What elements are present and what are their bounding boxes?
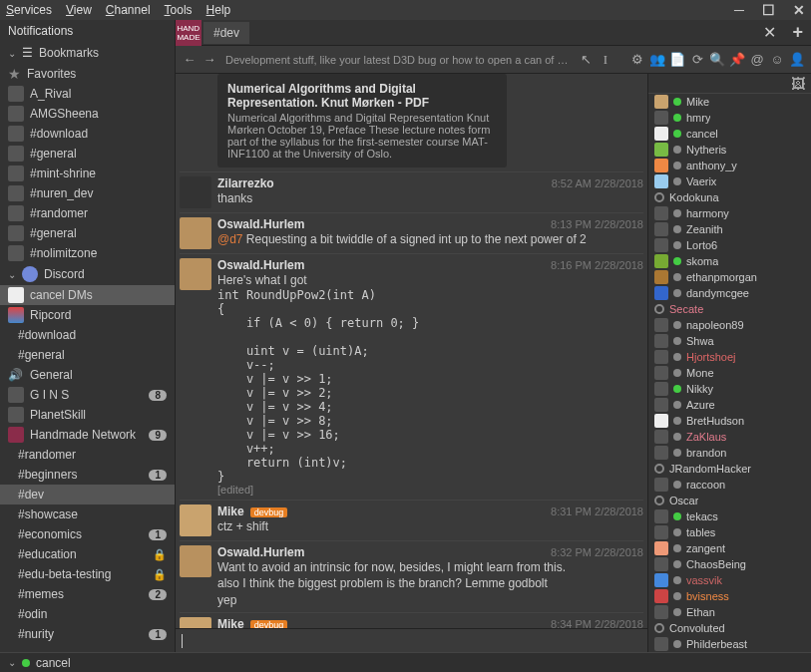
sidebar-channel[interactable]: #randomer [0,445,175,465]
message-author[interactable]: Mike [217,617,244,628]
mention-icon[interactable]: @ [749,52,765,68]
embed-card[interactable]: Numerical Algorithms and Digital Represe… [217,74,507,168]
user-row[interactable]: Kodokuna [648,189,811,205]
menu-services[interactable]: Services [6,3,52,17]
user-row[interactable]: Convoluted [648,620,811,636]
user-row[interactable]: Azure [648,397,811,413]
user-row[interactable]: Mike [648,94,811,110]
avatar[interactable] [180,217,211,249]
sidebar-favorite[interactable]: #mint-shrine [0,164,175,183]
search-icon[interactable]: 🔍 [709,52,725,68]
server-icon[interactable]: HANDMADE [176,20,202,46]
user-row[interactable]: Hjortshoej [648,349,811,365]
avatar[interactable] [180,176,211,208]
sidebar-channel[interactable]: #education🔒 [0,544,175,564]
message-author[interactable]: Oswald.Hurlem [217,258,304,272]
tab-new-icon[interactable]: + [784,22,811,43]
message-author[interactable]: Oswald.Hurlem [217,217,304,231]
sidebar-channel[interactable]: G I N S8 [0,385,175,405]
user-row[interactable]: dandymcgee [648,285,811,301]
sidebar-favorite[interactable]: #randomer [0,203,175,223]
user-row[interactable]: Mone [648,365,811,381]
message-author[interactable]: Zilarrezko [217,176,274,190]
sidebar-channel[interactable]: PlanetSkill [0,405,175,425]
user-row[interactable]: Oscar [648,493,811,508]
forward-icon[interactable]: → [202,52,217,68]
user-row[interactable]: skoma [648,253,811,269]
menu-tools[interactable]: Tools [165,3,193,17]
refresh-icon[interactable]: ⟳ [689,52,705,68]
sidebar-favorite[interactable]: #nolimitzone [0,243,175,263]
sidebar-favorite[interactable]: A_Rival [0,84,175,104]
sidebar-favorite[interactable]: #general [0,223,175,243]
user-row[interactable]: napoleon89 [648,317,811,333]
user-row[interactable]: Ethan [648,604,811,620]
user-row[interactable]: ChaosBeing [648,556,811,572]
message-author[interactable]: Mike [217,504,244,518]
sidebar-channel[interactable]: #memes2 [0,584,175,604]
menu-help[interactable]: Help [206,3,231,17]
user-row[interactable]: Shwa [648,333,811,349]
user-row[interactable]: raccoon [648,477,811,493]
user-row[interactable]: hmry [648,110,811,126]
avatar[interactable] [180,545,211,577]
sidebar-channel[interactable]: #beginners1 [0,465,175,485]
sidebar-channel[interactable]: #showcase [0,504,175,524]
avatar[interactable] [180,504,211,536]
user-row[interactable]: Lorto6 [648,237,811,253]
user-row[interactable]: ethanpmorgan [648,269,811,285]
message-author[interactable]: Oswald.Hurlem [217,545,304,559]
members-icon[interactable]: 👤 [789,52,805,68]
sidebar-channel[interactable]: #economics1 [0,524,175,544]
message-input[interactable] [183,634,641,648]
user-row[interactable]: tables [648,524,811,540]
close-button[interactable]: ✕ [793,2,805,18]
gear-icon[interactable]: ⚙ [629,52,645,68]
user-row[interactable]: anthony_y [648,158,811,173]
text-select-icon[interactable]: I [598,52,613,68]
favorites-header[interactable]: ★ Favorites [0,64,175,84]
file-icon[interactable]: 📄 [669,52,685,68]
sidebar-channel[interactable]: 🔊General [0,365,175,385]
user-row[interactable]: Nytheris [648,142,811,158]
cursor-icon[interactable]: ↖ [578,52,594,68]
tab-dev[interactable]: #dev [203,22,249,44]
sidebar-favorite[interactable]: AMGSheena [0,104,175,124]
cancel-dms-item[interactable]: cancel DMs [0,285,175,305]
sidebar-channel[interactable]: #dev [0,485,175,504]
notifications-header[interactable]: Notifications [0,20,175,42]
ripcord-item[interactable]: Ripcord [0,305,175,325]
bookmarks-section[interactable]: ⌄ ☰ Bookmarks [0,42,175,64]
chevron-down-icon[interactable]: ⌄ [8,657,16,668]
tab-close-icon[interactable]: ✕ [755,23,784,42]
user-row[interactable]: Philderbeast [648,636,811,652]
user-row[interactable]: vassvik [648,572,811,588]
avatar[interactable] [180,617,211,628]
pin-icon[interactable]: 📌 [729,52,745,68]
image-icon[interactable]: 🖼 [791,76,805,91]
user-row[interactable]: tekacs [648,508,811,524]
user-row[interactable]: BretHudson [648,413,811,429]
sidebar-channel[interactable]: #odin [0,604,175,624]
sidebar-channel[interactable]: #nurity1 [0,624,175,644]
user-row[interactable]: Nikky [648,381,811,397]
sidebar-favorite[interactable]: #download [0,124,175,144]
user-row[interactable]: Secate [648,301,811,317]
sidebar-favorite[interactable]: #nuren_dev [0,183,175,203]
sidebar-channel[interactable]: #download [0,325,175,345]
back-icon[interactable]: ← [182,52,198,68]
discord-section[interactable]: ⌄ Discord [0,263,175,285]
sidebar-channel[interactable]: #edu-beta-testing🔒 [0,564,175,584]
users-icon[interactable]: 👥 [649,52,665,68]
user-row[interactable]: Vaerix [648,173,811,189]
user-row[interactable]: JRandomHacker [648,461,811,477]
menu-channel[interactable]: Channel [106,3,151,17]
user-row[interactable]: brandon [648,445,811,461]
sidebar-favorite[interactable]: #general [0,144,175,164]
message-input-bar[interactable] [176,628,647,652]
minimize-button[interactable]: ─ [734,2,744,18]
menu-view[interactable]: View [66,3,92,17]
user-row[interactable]: Zeanith [648,221,811,237]
user-row[interactable]: ZaKlaus [648,429,811,445]
emoji-icon[interactable]: ☺ [769,52,785,68]
